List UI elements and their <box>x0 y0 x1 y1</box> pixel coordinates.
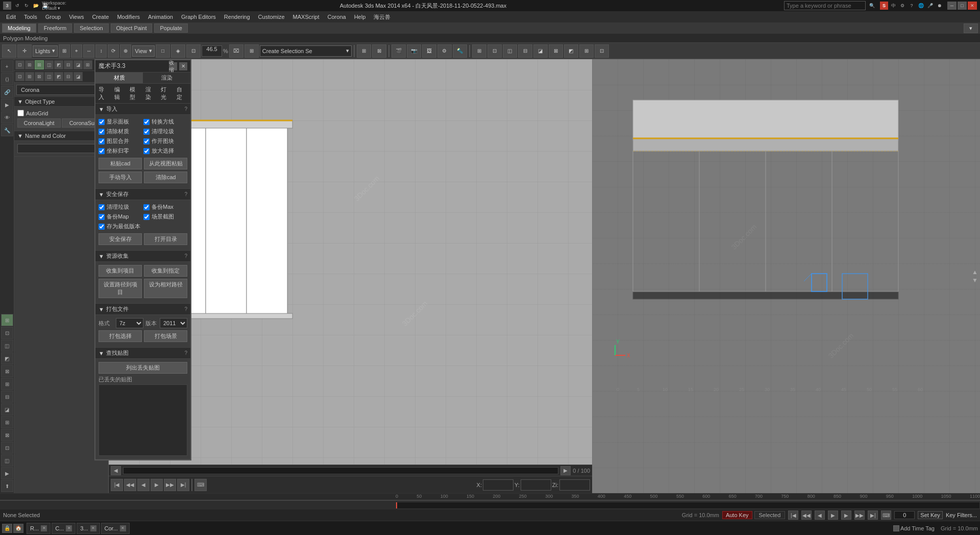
pack-scene-btn[interactable]: 打包场景 <box>144 330 187 342</box>
toolbar-extra6[interactable]: ⊠ <box>549 44 563 58</box>
wizard-tab-render[interactable]: 渲染 <box>143 72 190 83</box>
toolbar-move-btn[interactable]: ✛ <box>17 44 32 58</box>
view-dropdown[interactable]: View ▾ <box>132 45 155 57</box>
toolbar-btnG[interactable]: ⊠ <box>372 44 386 58</box>
toolbar-extra7[interactable]: ◩ <box>564 44 578 58</box>
toolbar-extra2[interactable]: ⊡ <box>487 44 502 58</box>
pack-selection-btn[interactable]: 打包选择 <box>99 330 142 342</box>
taskbar-close-cor[interactable]: ✕ <box>120 525 126 531</box>
z-input[interactable] <box>559 479 590 491</box>
left-icon-create[interactable]: + <box>1 60 13 72</box>
menu-modifiers[interactable]: Modifiers <box>113 13 144 21</box>
left-icon-bottom3[interactable]: ◫ <box>1 339 13 352</box>
set-relative-path-btn[interactable]: 设为相对路径 <box>144 279 187 298</box>
anim-prev-btn[interactable]: |◀ <box>788 510 798 520</box>
resources-header[interactable]: ▼ 资源收集 ? <box>95 251 190 262</box>
prev-btn[interactable]: ◀ <box>137 479 150 491</box>
safe-save-btn[interactable]: 安全保存 <box>99 233 142 245</box>
clear-cad-btn[interactable]: 清除cad <box>144 172 187 183</box>
mode-modeling[interactable]: Modeling <box>2 23 36 33</box>
corona-light-btn[interactable]: CoronaLight <box>17 118 61 128</box>
taskbar-item-cor[interactable]: Cor... ✕ <box>101 523 130 534</box>
panel-icon-2[interactable]: ⊞ <box>25 60 34 69</box>
toolbar-render1[interactable]: 🎬 <box>391 44 406 58</box>
wm-lights[interactable]: 灯光 <box>159 85 174 102</box>
panel-icon-4[interactable]: ◫ <box>44 60 54 69</box>
menu-haiyun[interactable]: 海云兽 <box>370 12 395 22</box>
collect-to-project-btn[interactable]: 收集到项目 <box>99 265 142 277</box>
prev-frame-btn[interactable]: ◀◀ <box>124 479 136 491</box>
anim-next-btn[interactable]: ▶ <box>841 510 851 520</box>
renderer-select[interactable]: Corona <box>16 85 106 95</box>
mode-object-paint[interactable]: Object Paint <box>111 23 153 33</box>
toolbar-btn4[interactable]: ↔ <box>83 44 94 58</box>
toolbar-btnB[interactable]: ◈ <box>171 44 185 58</box>
menu-rendering[interactable]: Rendering <box>220 13 254 21</box>
mode-populate[interactable]: Populate <box>154 23 187 33</box>
menu-corona[interactable]: Corona <box>324 13 350 21</box>
find-texture-help[interactable]: ? <box>184 350 187 356</box>
toolbar-btnA[interactable]: □ <box>156 44 170 58</box>
toolbar-btn6[interactable]: ⟳ <box>108 44 119 58</box>
menu-graph-editors[interactable]: Graph Editors <box>177 13 220 21</box>
left-icon-bottom9[interactable]: ⊞ <box>1 416 13 428</box>
toolbar-render2[interactable]: 📷 <box>407 44 421 58</box>
key-filters-btn[interactable]: Key Filters... <box>946 512 977 518</box>
import-section-header[interactable]: ▼ 导入 ? <box>95 104 190 115</box>
panel-icon-7[interactable]: ◪ <box>74 60 83 69</box>
menu-group[interactable]: Group <box>41 13 65 21</box>
wm-import[interactable]: 导入 <box>96 85 112 102</box>
cb-merge-layer-input[interactable] <box>99 138 105 144</box>
mic-icon[interactable]: 🎤 <box>926 2 934 10</box>
anim-prev2-btn[interactable]: ◀◀ <box>801 510 812 520</box>
taskbar-close-c[interactable]: ✕ <box>66 525 72 531</box>
left-icon-display[interactable]: 👁 <box>1 111 13 124</box>
percent-input[interactable]: 46.5 <box>202 45 222 57</box>
panel-icon-r5[interactable]: ◩ <box>54 72 63 81</box>
panel-icon-r6[interactable]: ⊟ <box>64 72 73 81</box>
x-input[interactable] <box>483 479 513 491</box>
toolbar-extra5[interactable]: ◪ <box>533 44 548 58</box>
resources-help[interactable]: ? <box>184 253 187 259</box>
toolbar-extra8[interactable]: ⊞ <box>579 44 594 58</box>
lang-icon[interactable]: 🌐 <box>917 2 925 10</box>
pack-file-header[interactable]: ▼ 打包文件 ? <box>95 304 190 315</box>
toolbar-btn3[interactable]: ⌖ <box>71 44 82 58</box>
next-btn[interactable]: ▶▶ <box>164 479 176 491</box>
toolbar-select-btn[interactable]: ↖ <box>2 44 16 58</box>
menu-create[interactable]: Create <box>88 13 113 21</box>
list-missing-btn[interactable]: 列出丢失贴图 <box>99 362 187 374</box>
toolbar-btnC[interactable]: ⊡ <box>186 44 201 58</box>
autogrid-checkbox[interactable] <box>17 110 24 116</box>
toolbar-btnF[interactable]: ⊞ <box>357 44 371 58</box>
populate-extra-btn[interactable]: ▾ <box>964 23 978 33</box>
win-min-btn[interactable]: ─ <box>947 2 957 10</box>
record-icon[interactable]: ⏺ <box>935 2 943 10</box>
toolbar-extra9[interactable]: ⊡ <box>595 44 609 58</box>
safe-save-help[interactable]: ? <box>184 191 187 197</box>
task-home-btn[interactable]: 🏠 <box>13 524 23 533</box>
anim-play-btn[interactable]: ▶ <box>828 510 838 520</box>
toolbar-btnE[interactable]: ⊞ <box>244 44 259 58</box>
setkey-btn[interactable]: Set Key <box>918 511 943 519</box>
safe-save-header[interactable]: ▼ 安全保存 ? <box>95 189 190 200</box>
anim-end-btn[interactable]: ▶| <box>868 510 878 520</box>
paste-from-view-btn[interactable]: 从此视图粘贴 <box>144 158 187 169</box>
cb-convert-input[interactable] <box>143 119 150 125</box>
left-icon-bottom4[interactable]: ◩ <box>1 352 13 364</box>
import-help[interactable]: ? <box>184 106 187 112</box>
frame-input[interactable] <box>894 511 915 519</box>
toolbar-render5[interactable]: 🔦 <box>453 44 467 58</box>
open-btn[interactable]: 📂 <box>32 2 40 10</box>
panel-icon-r3[interactable]: ⊠ <box>35 72 44 81</box>
anim-next2-btn[interactable]: ▶▶ <box>854 510 865 520</box>
undo-btn[interactable]: ↺ <box>13 2 21 10</box>
version-select[interactable]: 2011 <box>160 318 187 328</box>
toolbar-btn7[interactable]: ⊕ <box>120 44 131 58</box>
panel-icon-1[interactable]: ⊡ <box>15 60 24 69</box>
panel-icon-6[interactable]: ⊟ <box>64 60 73 69</box>
left-icon-bottom1[interactable]: ⊞ <box>1 314 13 326</box>
autokey-btn[interactable]: Auto Key <box>722 511 752 519</box>
panel-icon-r2[interactable]: ⊞ <box>25 72 34 81</box>
play-back-btn[interactable]: |◀ <box>111 479 123 491</box>
